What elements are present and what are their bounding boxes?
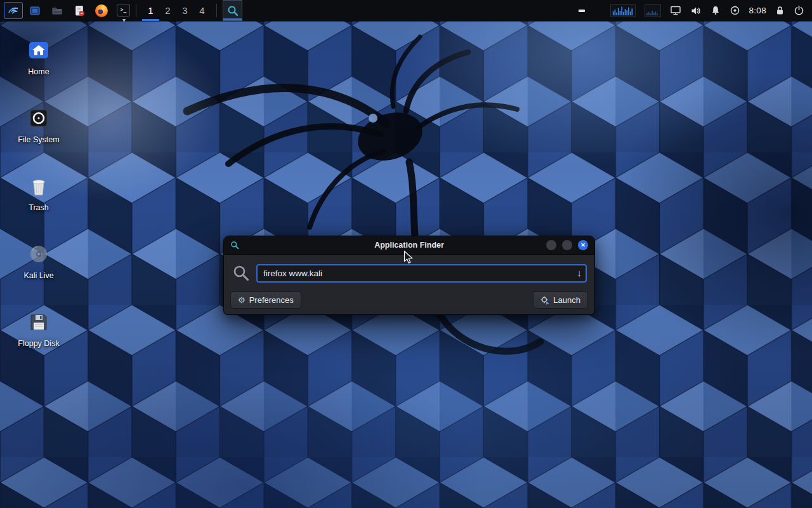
launch-button[interactable]: Launch — [533, 291, 588, 309]
window-app-icon — [230, 241, 239, 250]
preferences-button[interactable]: ⚙ Preferences — [230, 291, 301, 309]
notifications-tray-item[interactable] — [710, 5, 721, 16]
terminal-icon: >_ — [117, 4, 130, 17]
minimize-button[interactable] — [546, 240, 556, 250]
close-icon: ✕ — [580, 243, 586, 248]
text-editor-launcher[interactable] — [72, 4, 86, 18]
close-button[interactable]: ✕ — [578, 240, 588, 250]
window-icon — [29, 4, 41, 17]
gear-icon: ⚙ — [238, 296, 246, 304]
bell-icon — [710, 5, 721, 16]
desktop-icon-column: Home File System Trash — [10, 36, 67, 375]
panel-clock[interactable]: 8:08 — [749, 6, 766, 15]
kali-live-disk-icon — [28, 243, 49, 265]
history-dropdown-icon[interactable]: ↓ — [577, 267, 582, 278]
system-tray: 8:08 — [579, 4, 808, 17]
titlebar[interactable]: Application Finder ✕ — [224, 236, 594, 255]
volume-tray-item[interactable] — [690, 5, 702, 17]
folder-icon — [51, 4, 63, 17]
kali-logo-icon — [7, 4, 20, 17]
search-row: ↓ — [230, 264, 588, 283]
desktop-icon-label: File System — [18, 135, 59, 144]
top-panel: >_ ▾ 1 2 3 4 — [0, 0, 812, 21]
terminal-prompt-glyph: >_ — [121, 7, 127, 13]
desktop-icon-label: Trash — [29, 203, 49, 212]
desktop-icon-label: Home — [28, 67, 49, 76]
show-desktop-launcher[interactable] — [28, 4, 42, 18]
application-finder-icon — [227, 5, 239, 17]
desktop-icon-floppy-disk[interactable]: Floppy Disk — [10, 307, 67, 375]
window-title: Application Finder — [224, 241, 594, 250]
desktop-icon-kali-live[interactable]: Kali Live — [10, 239, 67, 307]
home-icon — [28, 39, 49, 61]
workspace-4[interactable]: 4 — [193, 0, 211, 21]
window-controls: ✕ — [546, 240, 588, 250]
panel-separator — [136, 4, 136, 17]
workspace-2[interactable]: 2 — [159, 0, 176, 21]
panel-separator — [216, 4, 217, 17]
application-finder-window: Application Finder ✕ ↓ ⚙ Preferences — [223, 236, 595, 315]
document-icon — [73, 4, 86, 17]
search-input[interactable] — [256, 264, 587, 283]
taskbar-application-finder[interactable] — [223, 0, 242, 21]
search-entry-wrap: ↓ — [256, 264, 587, 283]
network-graph-icon[interactable] — [645, 4, 661, 17]
file-manager-launcher[interactable] — [50, 4, 64, 18]
power-icon — [794, 5, 804, 16]
status-circle-icon — [730, 5, 740, 16]
desktop-icon-label: Kali Live — [23, 271, 53, 280]
status-circle-tray-item[interactable] — [730, 5, 740, 16]
desktop-icon-trash[interactable]: Trash — [10, 171, 67, 239]
applications-menu-button[interactable] — [4, 2, 23, 19]
workspace-switcher: 1 2 3 4 — [142, 0, 211, 21]
finder-body: ↓ ⚙ Preferences Launch — [224, 255, 594, 314]
speaker-icon — [690, 5, 702, 17]
firefox-launcher[interactable] — [95, 4, 108, 18]
cpu-graph-icon[interactable] — [610, 4, 636, 17]
logout-tray-item[interactable] — [794, 5, 804, 16]
panel-launchers: >_ ▾ — [28, 4, 130, 18]
tray-indicator — [579, 10, 585, 12]
keyring-tray-item[interactable] — [775, 5, 785, 16]
lock-icon — [775, 5, 785, 16]
desktop-icon-home[interactable]: Home — [10, 36, 67, 104]
launch-icon — [540, 296, 549, 305]
display-settings-tray-item[interactable] — [670, 5, 681, 16]
monitor-icon — [670, 5, 681, 16]
chevron-down-icon[interactable]: ▾ — [122, 17, 126, 23]
floppy-disk-icon — [28, 311, 49, 333]
trash-icon — [28, 175, 49, 197]
preferences-label: Preferences — [249, 295, 294, 305]
terminal-launcher[interactable]: >_ ▾ — [117, 4, 130, 18]
desktop-icon-file-system[interactable]: File System — [10, 104, 67, 171]
launch-label: Launch — [553, 295, 580, 305]
search-icon — [232, 264, 251, 283]
maximize-button[interactable] — [562, 240, 572, 250]
file-system-icon — [28, 107, 49, 129]
desktop-icon-label: Floppy Disk — [18, 339, 59, 348]
workspace-3[interactable]: 3 — [176, 0, 193, 21]
button-row: ⚙ Preferences Launch — [230, 291, 588, 309]
workspace-1[interactable]: 1 — [142, 0, 159, 21]
firefox-icon — [95, 4, 108, 17]
